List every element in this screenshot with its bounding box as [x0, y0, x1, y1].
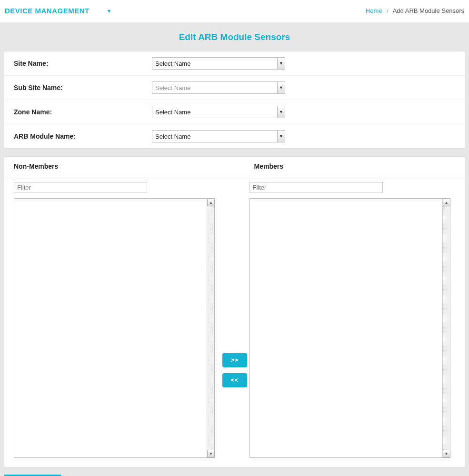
- sub-site-name-label: Sub Site Name:: [14, 84, 152, 91]
- transfer-controls: >> <<: [220, 182, 249, 458]
- members-filter[interactable]: [249, 182, 383, 192]
- section-title: DEVICE MANAGEMENT: [5, 7, 90, 15]
- page-title: Edit ARB Module Sensors: [0, 22, 469, 51]
- breadcrumb: Home / Add ARB Module Sensors: [366, 7, 464, 14]
- arb-module-name-label: ARB Module Name:: [14, 132, 152, 140]
- row-sub-site-name: Sub Site Name: ▼: [4, 76, 465, 100]
- scroll-up-icon[interactable]: ▲: [207, 199, 215, 206]
- non-members-column: ▲ ▼: [14, 182, 220, 458]
- chevron-down-icon: ▼: [277, 106, 285, 118]
- row-site-name: Site Name: ▼: [4, 51, 465, 76]
- breadcrumb-current: Add ARB Module Sensors: [393, 7, 464, 14]
- transfer-panel: Non-Members Members ▲ ▼ >> <<: [4, 156, 465, 468]
- breadcrumb-separator: /: [387, 7, 389, 14]
- move-left-button[interactable]: <<: [222, 373, 247, 387]
- transfer-header: Non-Members Members: [4, 157, 465, 176]
- zone-name-select[interactable]: ▼: [152, 106, 285, 118]
- non-members-title: Non-Members: [4, 157, 225, 176]
- scroll-down-icon[interactable]: ▼: [207, 450, 215, 457]
- row-zone-name: Zone Name: ▼: [4, 100, 465, 124]
- scrollbar[interactable]: ▲ ▼: [207, 199, 214, 457]
- transfer-header-spacer: [225, 157, 254, 176]
- site-name-select[interactable]: ▼: [152, 57, 285, 70]
- chevron-down-icon: ▼: [277, 131, 285, 142]
- transfer-body: ▲ ▼ >> << ▲ ▼: [4, 176, 465, 458]
- sub-site-name-value[interactable]: [152, 81, 285, 94]
- move-right-button[interactable]: >>: [222, 353, 247, 367]
- chevron-down-icon: ▼: [277, 58, 285, 69]
- chevron-down-icon: ▼: [107, 8, 112, 14]
- sub-site-name-select[interactable]: ▼: [152, 81, 285, 94]
- selection-form: Site Name: ▼ Sub Site Name: ▼ Zone Name:…: [4, 51, 465, 149]
- topbar: DEVICE MANAGEMENT ▼ Home / Add ARB Modul…: [0, 0, 469, 22]
- non-members-filter[interactable]: [14, 182, 147, 192]
- site-name-label: Site Name:: [14, 60, 152, 67]
- members-title: Members: [254, 157, 465, 176]
- chevron-down-icon: ▼: [277, 82, 285, 93]
- members-listbox[interactable]: ▲ ▼: [249, 198, 450, 458]
- site-name-value[interactable]: [152, 57, 285, 70]
- non-members-listbox[interactable]: ▲ ▼: [14, 198, 215, 458]
- zone-name-value[interactable]: [152, 106, 285, 118]
- scrollbar[interactable]: ▲ ▼: [442, 199, 450, 457]
- content-area: Edit ARB Module Sensors Site Name: ▼ Sub…: [0, 22, 469, 476]
- breadcrumb-home-link[interactable]: Home: [366, 7, 382, 14]
- section-dropdown[interactable]: DEVICE MANAGEMENT ▼: [5, 7, 112, 15]
- arb-module-name-value[interactable]: [152, 130, 285, 142]
- row-arb-module-name: ARB Module Name: ▼: [4, 124, 465, 148]
- scroll-down-icon[interactable]: ▼: [443, 450, 450, 457]
- zone-name-label: Zone Name:: [14, 108, 152, 116]
- arb-module-name-select[interactable]: ▼: [152, 130, 285, 142]
- scroll-up-icon[interactable]: ▲: [443, 199, 450, 206]
- members-column: ▲ ▼: [249, 182, 456, 458]
